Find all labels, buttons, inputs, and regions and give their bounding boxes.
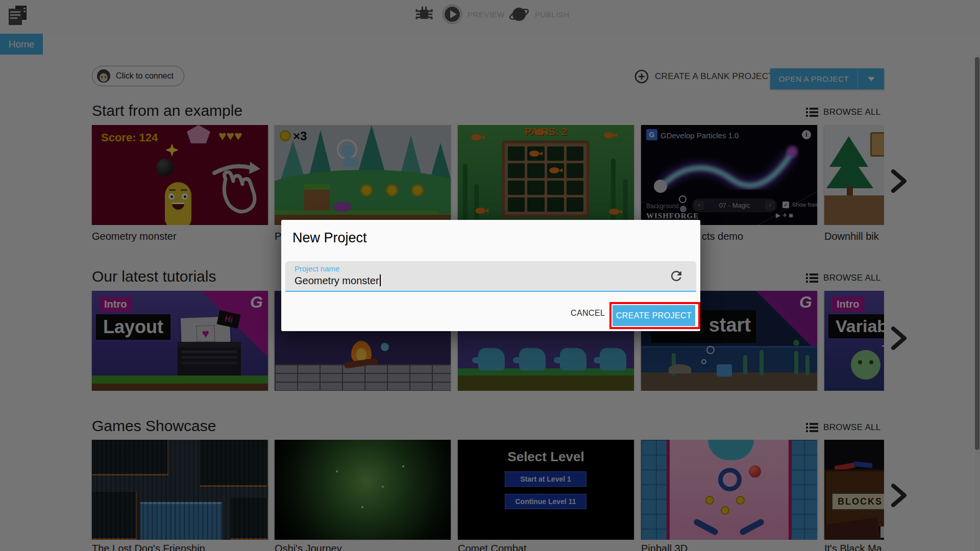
refresh-icon[interactable] [669,268,684,284]
project-name-label: Project name [295,264,339,273]
cancel-button[interactable]: CANCEL [571,309,605,318]
dialog-title: New Project [292,230,367,246]
project-name-input[interactable]: Geometry monster [295,274,381,287]
highlight-box [609,302,700,329]
text-cursor [380,274,381,286]
project-name-field[interactable]: Project name Geometry monster [285,261,696,292]
